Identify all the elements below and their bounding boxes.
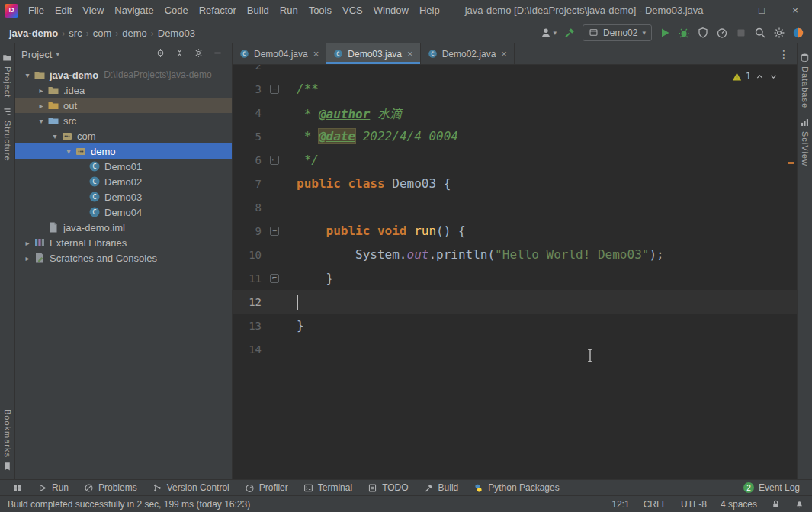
tool-tab-todo[interactable]: TODO	[360, 480, 416, 495]
tool-stripe-project[interactable]: Project	[2, 53, 12, 98]
error-stripe[interactable]	[786, 65, 797, 479]
run-button[interactable]	[659, 27, 671, 39]
notifications-button[interactable]	[794, 499, 804, 509]
tree-item-java-demo-iml[interactable]: java-demo.iml	[15, 220, 232, 235]
tool-tab-version-control[interactable]: Version Control	[145, 480, 237, 495]
line-number[interactable]: 12	[233, 296, 262, 308]
hide-panel-button[interactable]	[213, 48, 223, 60]
code-line-13[interactable]: 13}	[233, 314, 797, 337]
tree-chevron-down-icon[interactable]: ▾	[49, 132, 61, 140]
line-number[interactable]: 9	[233, 225, 262, 237]
more-icon[interactable]: ⋮	[771, 43, 797, 64]
line-number[interactable]: 6	[233, 154, 262, 166]
tool-stripe-sciview[interactable]: SciView	[800, 118, 810, 166]
stop-button[interactable]	[735, 27, 747, 39]
breadcrumb-java-demo[interactable]: java-demo	[8, 27, 59, 39]
code-line-5[interactable]: 5 * @date 2022/4/4 0004	[233, 124, 797, 148]
tree-item-java-demo[interactable]: ▾java-demoD:\IdeaProjects\java-demo	[15, 67, 232, 82]
maximize-button[interactable]: □	[745, 0, 778, 21]
tab-demo04-java[interactable]: CDemo04.java×	[233, 43, 326, 64]
breadcrumb-demo[interactable]: demo	[120, 27, 149, 39]
search-button[interactable]	[754, 27, 766, 39]
code-line-14[interactable]: 14	[233, 337, 797, 361]
tree-chevron-right-icon[interactable]: ▸	[35, 86, 47, 95]
tree-item-demo03[interactable]: CDemo03	[15, 189, 232, 204]
tab-demo02-java[interactable]: CDemo02.java×	[421, 43, 515, 64]
tool-stripe-bookmarks[interactable]: Bookmarks	[2, 409, 12, 472]
line-number[interactable]: 8	[233, 201, 262, 214]
fold-end-icon[interactable]: ¬	[270, 156, 279, 165]
line-number[interactable]: 13	[233, 320, 262, 332]
tree-item-idea[interactable]: ▸.idea	[15, 82, 232, 98]
minimize-button[interactable]: —	[711, 0, 745, 21]
menu-build[interactable]: Build	[242, 0, 274, 21]
tree-item-com[interactable]: ▾com	[15, 128, 232, 143]
menu-navigate[interactable]: Navigate	[109, 0, 159, 21]
run-config-select[interactable]: Demo02▾	[583, 24, 652, 41]
breadcrumb-demo03[interactable]: Demo03	[156, 27, 197, 39]
caret-position[interactable]: 12:1	[611, 499, 629, 510]
locate-button[interactable]	[156, 48, 165, 60]
tool-tab-build[interactable]: Build	[416, 480, 467, 495]
code-editor[interactable]: 23−/**4 * @author 水滴5 * @date 2022/4/4 0…	[233, 65, 797, 479]
menu-edit[interactable]: Edit	[50, 0, 77, 21]
tool-stripe-database[interactable]: Database	[800, 53, 810, 108]
tool-window-switcher-button[interactable]	[5, 480, 30, 495]
tool-tab-python-packages[interactable]: Python Packages	[466, 480, 566, 495]
fold-start-icon[interactable]: −	[270, 85, 279, 94]
tree-chevron-right-icon[interactable]: ▸	[35, 101, 47, 110]
plugin-button[interactable]	[792, 27, 804, 39]
menu-refactor[interactable]: Refactor	[194, 0, 242, 21]
tool-tab-terminal[interactable]: Terminal	[296, 480, 360, 495]
line-number[interactable]: 4	[233, 107, 262, 119]
chevron-up-icon[interactable]	[755, 72, 765, 82]
tool-tab-profiler[interactable]: Profiler	[237, 480, 296, 495]
user-button[interactable]: ▾	[540, 27, 557, 39]
line-number[interactable]: 5	[233, 130, 262, 143]
line-number[interactable]: 11	[233, 272, 262, 285]
line-number[interactable]: 3	[233, 83, 262, 95]
close-icon[interactable]: ×	[407, 48, 413, 60]
settings-gear-button[interactable]	[194, 48, 204, 60]
build-hammer-button[interactable]	[563, 27, 576, 39]
menu-window[interactable]: Window	[368, 0, 414, 21]
code-line-4[interactable]: 4 * @author 水滴	[233, 101, 797, 124]
error-stripe-mark[interactable]	[788, 162, 794, 164]
file-encoding[interactable]: UTF-8	[681, 499, 707, 510]
tree-item-demo01[interactable]: CDemo01	[15, 159, 232, 174]
code-line-9[interactable]: 9− public void run() {	[233, 219, 797, 243]
line-number[interactable]: 2	[233, 65, 262, 72]
chevron-down-icon[interactable]	[769, 72, 778, 82]
tree-chevron-down-icon[interactable]: ▾	[35, 117, 47, 125]
coverage-button[interactable]	[697, 27, 709, 39]
line-number[interactable]: 7	[233, 178, 262, 190]
tree-chevron-right-icon[interactable]: ▸	[21, 254, 34, 262]
profiler-button[interactable]	[716, 27, 728, 39]
line-number[interactable]: 14	[233, 343, 262, 356]
menu-code[interactable]: Code	[159, 0, 194, 21]
breadcrumb-com[interactable]: com	[91, 27, 114, 39]
menu-view[interactable]: View	[77, 0, 109, 21]
code-line-7[interactable]: 7public class Demo03 {	[233, 172, 797, 195]
code-line-12[interactable]: 12	[233, 290, 797, 314]
menu-run[interactable]: Run	[274, 0, 303, 21]
line-separator[interactable]: CRLF	[644, 499, 667, 510]
tree-item-demo02[interactable]: CDemo02	[15, 174, 232, 189]
code-line-3[interactable]: 3−/**	[233, 77, 797, 101]
tree-chevron-down-icon[interactable]: ▾	[21, 71, 34, 79]
tree-chevron-down-icon[interactable]: ▾	[63, 147, 75, 156]
tree-item-demo[interactable]: ▾demo	[15, 143, 232, 159]
tool-tab-run[interactable]: Run	[30, 480, 76, 495]
line-number[interactable]: 10	[233, 249, 262, 261]
menu-file[interactable]: File	[23, 0, 50, 21]
menu-help[interactable]: Help	[414, 0, 445, 21]
tree-item-external-libraries[interactable]: ▸External Libraries	[15, 235, 232, 250]
indent-style[interactable]: 4 spaces	[721, 499, 757, 510]
tool-stripe-structure[interactable]: Structure	[2, 107, 12, 162]
settings-button[interactable]	[773, 27, 785, 39]
code-line-2[interactable]: 2	[233, 65, 797, 77]
close-button[interactable]: ×	[778, 0, 812, 21]
inspections-widget[interactable]: 1	[732, 71, 778, 82]
project-view-dropdown[interactable]: Project ▾	[21, 49, 59, 60]
tab-demo03-java[interactable]: CDemo03.java×	[326, 43, 420, 64]
